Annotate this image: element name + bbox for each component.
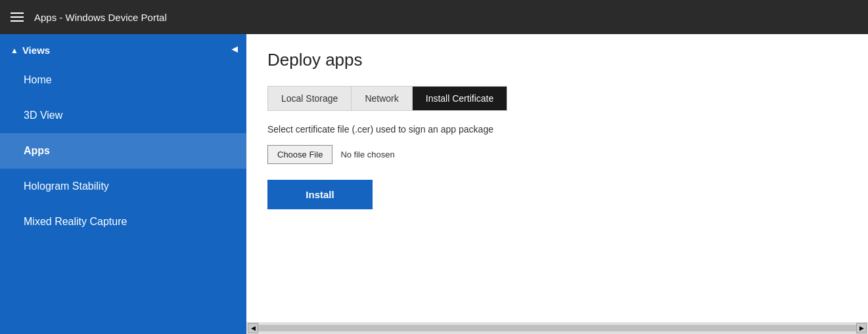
app-title: Apps - Windows Device Portal	[34, 12, 167, 23]
sidebar-item-apps[interactable]: Apps	[0, 133, 246, 169]
main-layout: ◄ ▲ Views Home3D ViewAppsHologram Stabil…	[0, 34, 868, 334]
top-bar: Apps - Windows Device Portal	[0, 0, 868, 34]
sidebar-item-home[interactable]: Home	[0, 62, 246, 98]
file-row: Choose File No file chosen	[267, 145, 847, 164]
sidebar-collapse-button[interactable]: ◄	[223, 41, 246, 58]
tabs-container: Local StorageNetworkInstall Certificate	[267, 86, 507, 111]
page-title: Deploy apps	[267, 50, 847, 70]
choose-file-button[interactable]: Choose File	[267, 145, 332, 164]
install-button[interactable]: Install	[267, 180, 373, 209]
views-label: Views	[22, 45, 50, 56]
tab-network[interactable]: Network	[352, 87, 412, 110]
scroll-left-button[interactable]: ◀	[248, 323, 258, 333]
sidebar-item-3dview[interactable]: 3D View	[0, 98, 246, 133]
content-area: Deploy apps Local StorageNetworkInstall …	[246, 34, 868, 334]
tab-local-storage[interactable]: Local Storage	[268, 87, 352, 110]
hamburger-menu[interactable]	[11, 12, 24, 22]
sidebar-item-hologram-stability[interactable]: Hologram Stability	[0, 169, 246, 204]
scrollbar-track[interactable]	[258, 325, 856, 331]
no-file-text: No file chosen	[340, 150, 394, 159]
sidebar: ◄ ▲ Views Home3D ViewAppsHologram Stabil…	[0, 34, 246, 334]
sidebar-nav: Home3D ViewAppsHologram StabilityMixed R…	[0, 62, 246, 240]
views-arrow: ▲	[11, 46, 18, 55]
description-text: Select certificate file (.cer) used to s…	[267, 124, 847, 135]
tab-install-certificate[interactable]: Install Certificate	[413, 87, 507, 110]
content-inner: Deploy apps Local StorageNetworkInstall …	[246, 34, 868, 322]
sidebar-item-mixed-reality-capture[interactable]: Mixed Reality Capture	[0, 204, 246, 240]
scrollbar-area: ◀ ▶	[246, 322, 868, 334]
views-header: ▲ Views	[0, 34, 246, 62]
scroll-right-button[interactable]: ▶	[856, 323, 867, 333]
